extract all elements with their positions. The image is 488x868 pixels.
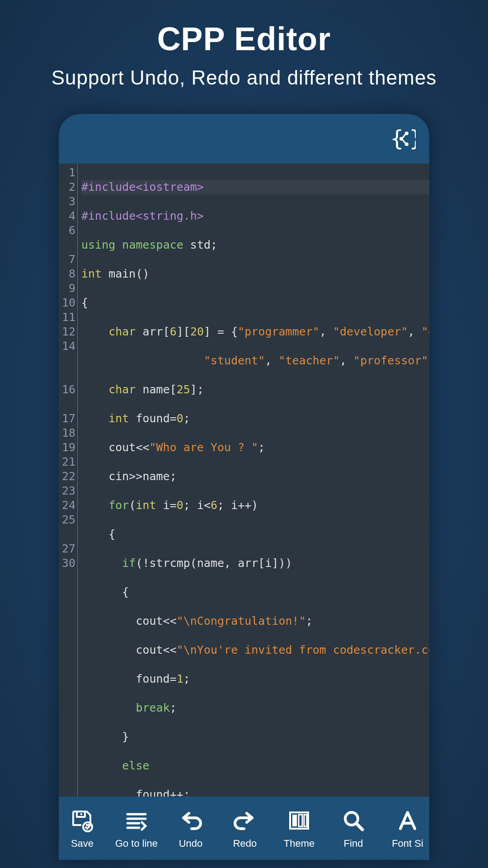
- save-icon: [70, 807, 94, 834]
- redo-icon: [233, 807, 257, 834]
- redo-label: Redo: [233, 838, 257, 849]
- share-icon[interactable]: { }: [390, 126, 416, 151]
- line-number: 8: [69, 267, 75, 281]
- line-number: 19: [62, 440, 75, 455]
- line-number: 1: [69, 165, 75, 180]
- line-number: 6: [69, 223, 75, 238]
- undo-button[interactable]: Undo: [164, 807, 218, 849]
- line-number: 18: [62, 426, 75, 440]
- line-number: 2: [69, 180, 75, 194]
- goto-line-icon: [125, 807, 148, 834]
- line-number: 22: [62, 469, 75, 484]
- undo-icon: [179, 807, 202, 834]
- line-number: 16: [62, 382, 75, 397]
- goto-line-button[interactable]: Go to line: [109, 807, 164, 849]
- svg-text:}: }: [409, 126, 416, 151]
- line-number: 4: [69, 209, 75, 223]
- code-editor[interactable]: 12346789101112141617181921222324252730 #…: [59, 164, 429, 797]
- page-title: CPP Editor: [157, 20, 331, 57]
- undo-label: Undo: [179, 838, 203, 849]
- line-number: 30: [62, 556, 75, 571]
- font-label: Font Si: [392, 838, 423, 849]
- bottom-toolbar: Save Go to line Undo Redo: [59, 797, 429, 860]
- save-label: Save: [71, 838, 94, 849]
- line-number: 17: [62, 411, 75, 426]
- line-number: 27: [62, 542, 75, 556]
- font-icon: [396, 807, 419, 834]
- svg-rect-10: [299, 815, 302, 826]
- theme-button[interactable]: Theme: [272, 807, 326, 849]
- line-gutter: 12346789101112141617181921222324252730: [59, 164, 78, 797]
- theme-icon: [287, 807, 311, 834]
- page-subtitle: Support Undo, Redo and different themes: [52, 66, 437, 89]
- line-number: 24: [62, 498, 75, 513]
- line-number: 10: [62, 296, 75, 310]
- find-label: Find: [344, 838, 363, 849]
- line-number: 12: [62, 325, 75, 339]
- line-number: 14: [62, 339, 75, 354]
- search-icon: [342, 807, 365, 834]
- line-number: 9: [69, 281, 75, 296]
- code-area[interactable]: #include<iostream> #include<string.h> us…: [78, 164, 429, 797]
- line-number: 21: [62, 455, 75, 469]
- line-number: 23: [62, 484, 75, 498]
- goto-line-label: Go to line: [115, 838, 158, 849]
- find-button[interactable]: Find: [326, 807, 380, 849]
- line-number: 25: [62, 513, 75, 527]
- redo-button[interactable]: Redo: [218, 807, 272, 849]
- save-button[interactable]: Save: [59, 807, 109, 849]
- phone-frame: { } 123467891011121416171819212223242527…: [59, 114, 429, 860]
- svg-rect-9: [292, 815, 297, 826]
- line-number: 3: [69, 194, 75, 209]
- theme-label: Theme: [284, 838, 314, 849]
- app-header: { }: [59, 114, 429, 164]
- svg-rect-11: [304, 815, 307, 826]
- font-size-button[interactable]: Font Si: [380, 807, 429, 849]
- line-number: 7: [69, 252, 75, 267]
- line-number: 11: [62, 310, 75, 325]
